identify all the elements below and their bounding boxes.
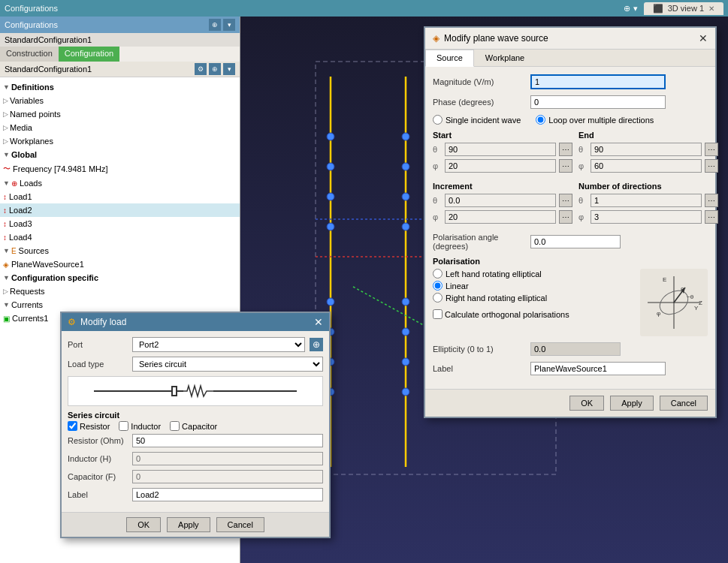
add-config-btn[interactable]: ⊕ xyxy=(209,19,221,31)
wave-tab-workplane[interactable]: Workplane xyxy=(474,50,536,66)
load-cancel-button[interactable]: Cancel xyxy=(216,517,264,532)
inc-theta-input[interactable] xyxy=(445,194,556,207)
start-phi-btn[interactable]: ⋯ xyxy=(559,159,572,173)
phase-input[interactable] xyxy=(530,95,666,109)
end-phi-btn[interactable]: ⋯ xyxy=(705,159,718,173)
wave-ok-button[interactable]: OK xyxy=(569,396,604,411)
tree-item-global[interactable]: ▼ Global xyxy=(0,148,240,161)
num-phi-btn[interactable]: ⋯ xyxy=(705,210,718,224)
num-phi-row: φ ⋯ xyxy=(578,210,718,224)
wave-tab-source[interactable]: Source xyxy=(425,50,474,67)
capacitor-checkbox[interactable] xyxy=(170,421,180,431)
view-tab-close[interactable]: ✕ xyxy=(708,5,714,13)
wave-cancel-button[interactable]: Cancel xyxy=(660,396,708,411)
resistor-checkbox-item[interactable]: Resistor xyxy=(68,421,110,431)
linear-radio[interactable] xyxy=(433,281,443,291)
magnitude-input[interactable] xyxy=(530,74,666,89)
capacitor-checkbox-item[interactable]: Capacitor xyxy=(170,421,217,431)
resistor-checkbox[interactable] xyxy=(68,421,77,431)
pol-angle-input[interactable] xyxy=(530,235,621,248)
config-specific-label: Configuration specific xyxy=(11,273,98,282)
svg-point-12 xyxy=(402,133,409,140)
capacitor-checkbox-label: Capacitor xyxy=(182,422,217,431)
load-ok-button[interactable]: OK xyxy=(126,517,161,532)
tree-item-config-specific[interactable]: ▼ Configuration specific xyxy=(0,271,240,285)
inductor-input[interactable] xyxy=(132,452,323,465)
right-elliptical-radio-item[interactable]: Right hand rotating elliptical xyxy=(433,293,634,303)
end-theta-btn[interactable]: ⋯ xyxy=(705,143,718,156)
tree-item-load3[interactable]: ↕ Load3 xyxy=(0,217,240,230)
tree-item-loads[interactable]: ▼ ⊕ Loads xyxy=(0,176,240,190)
polarisation-title: Polarisation xyxy=(433,257,708,266)
linear-radio-item[interactable]: Linear xyxy=(433,281,634,291)
inc-phi-row: φ ⋯ xyxy=(433,210,572,224)
num-phi-input[interactable] xyxy=(591,210,702,224)
config-menu-btn[interactable]: ▾ xyxy=(223,19,235,31)
loop-directions-radio[interactable] xyxy=(536,115,545,125)
resistor-symbol xyxy=(183,384,213,399)
config-add-btn[interactable]: ⊕ xyxy=(209,63,221,75)
end-theta-input[interactable] xyxy=(591,143,702,156)
resistor-ohm-row: Resistor (Ohm) xyxy=(68,434,323,447)
capacitor-label: Capacitor (F) xyxy=(68,472,128,481)
tree-item-frequency[interactable]: 〜 Frequency [74.9481 MHz] xyxy=(0,161,240,176)
tree-item-currents[interactable]: ▼ Currents xyxy=(0,298,240,312)
load-type-select[interactable]: Series circuit xyxy=(132,357,323,372)
tree-item-planewavesource1[interactable]: ◈ PlaneWaveSource1 xyxy=(0,257,240,271)
single-wave-radio[interactable] xyxy=(433,115,443,125)
inc-phi-btn[interactable]: ⋯ xyxy=(559,210,572,224)
capacitor-input[interactable] xyxy=(132,470,323,483)
config-gear-btn[interactable]: ⚙ xyxy=(195,63,207,75)
dropdown-icon[interactable]: ▾ xyxy=(633,4,638,14)
start-phi-input[interactable] xyxy=(445,159,556,173)
resistor-input[interactable] xyxy=(132,434,323,447)
single-wave-radio-item[interactable]: Single incident wave xyxy=(433,115,521,125)
ellipticity-input[interactable] xyxy=(530,342,621,356)
svg-point-14 xyxy=(402,193,409,200)
wave-apply-button[interactable]: Apply xyxy=(610,396,654,411)
start-theta-input[interactable] xyxy=(445,143,556,156)
tree-item-load4[interactable]: ↕ Load4 xyxy=(0,230,240,244)
sources-icon: E xyxy=(11,247,17,255)
inc-theta-row: θ ⋯ xyxy=(433,194,572,207)
port-select[interactable]: Port2 xyxy=(132,337,305,352)
tree-item-load2[interactable]: ↕ Load2 xyxy=(0,203,240,217)
wave-dialog-close-btn[interactable]: ✕ xyxy=(699,32,708,44)
dialog-load-close-btn[interactable]: ✕ xyxy=(314,316,323,328)
left-elliptical-radio[interactable] xyxy=(433,269,443,278)
tree-item-sources[interactable]: ▼ E Sources xyxy=(0,244,240,257)
wave-label-input[interactable] xyxy=(530,362,666,375)
tree-item-load1[interactable]: ↕ Load1 xyxy=(0,190,240,203)
num-theta-btn[interactable]: ⋯ xyxy=(705,194,718,207)
inductor-checkbox[interactable] xyxy=(119,421,128,431)
start-phi-symbol: φ xyxy=(433,161,442,170)
inductor-checkbox-item[interactable]: Inductor xyxy=(119,421,161,431)
calc-orthogonal-item[interactable]: Calculate orthogonal polarisations xyxy=(433,309,634,319)
start-theta-row: θ ⋯ xyxy=(433,143,572,156)
tree-item-workplanes[interactable]: ▷ Workplanes xyxy=(0,134,240,148)
inc-phi-input[interactable] xyxy=(445,210,556,224)
tree-item-media[interactable]: ▷ Media xyxy=(0,121,240,134)
tree-item-named-points[interactable]: ▷ Named points xyxy=(0,107,240,121)
right-elliptical-radio[interactable] xyxy=(433,293,443,303)
calc-orthogonal-checkbox[interactable] xyxy=(433,309,443,319)
load-label-input[interactable] xyxy=(132,488,323,501)
view-tab[interactable]: ⬛ 3D view 1 ✕ xyxy=(644,2,723,15)
start-theta-btn[interactable]: ⋯ xyxy=(559,143,572,156)
end-phi-input[interactable] xyxy=(591,159,702,173)
config-menu-btn2[interactable]: ▾ xyxy=(223,63,235,75)
load-apply-button[interactable]: Apply xyxy=(167,517,210,532)
tab-configuration[interactable]: Configuration xyxy=(59,47,119,62)
num-theta-input[interactable] xyxy=(591,194,702,207)
inc-theta-btn[interactable]: ⋯ xyxy=(559,194,572,207)
tree-item-variables[interactable]: ▷ Variables xyxy=(0,94,240,107)
tree-item-definitions[interactable]: ▼ Definitions xyxy=(0,80,240,94)
left-elliptical-radio-item[interactable]: Left hand rotating elliptical xyxy=(433,269,634,278)
tree-item-requests[interactable]: ▷ Requests xyxy=(0,285,240,298)
port-add-btn[interactable]: ⊕ xyxy=(310,338,323,351)
loop-directions-radio-item[interactable]: Loop over multiple directions xyxy=(536,115,654,125)
plus-icon[interactable]: ⊕ xyxy=(624,4,630,14)
loop-directions-label: Loop over multiple directions xyxy=(548,116,654,125)
tab-construction[interactable]: Construction xyxy=(0,47,59,62)
dialog-load-body: Port Port2 ⊕ Load type Series circuit xyxy=(62,331,329,512)
